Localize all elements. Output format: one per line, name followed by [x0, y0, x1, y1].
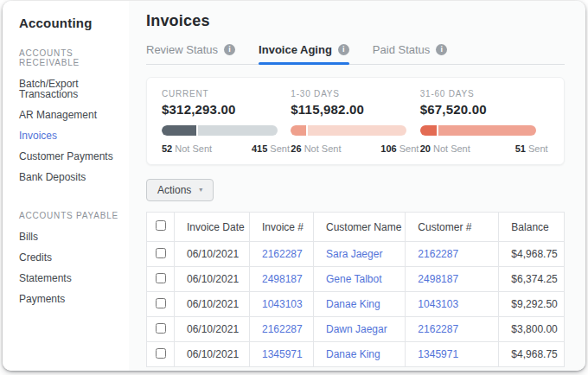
tab-invoice-aging[interactable]: Invoice Aging	[259, 43, 349, 64]
customer-number-link[interactable]: 2162287	[418, 248, 458, 260]
balance-cell: $4,968.75	[499, 342, 565, 367]
column-header-invoice-date: Invoice Date	[175, 213, 250, 242]
bar-counts: 20 Not Sent 51 Sent	[420, 143, 548, 154]
row-checkbox[interactable]	[156, 323, 166, 334]
balance-cell: $4,968.75	[499, 242, 565, 267]
info-icon[interactable]	[436, 44, 447, 55]
invoice-number-link[interactable]: 2498187	[262, 273, 303, 285]
aging-amount: $67,520.00	[420, 102, 549, 117]
bar-fill	[162, 125, 198, 136]
table-row: 06/10/2021 1345971 Danae King 1345971 $4…	[147, 342, 565, 367]
tab-label: Invoice Aging	[259, 43, 332, 56]
column-header-customer-number: Customer #	[406, 213, 499, 242]
customer-name-link[interactable]: Gene Talbot	[326, 273, 382, 285]
info-icon[interactable]	[224, 44, 235, 55]
aging-group-current: CURRENT $312,293.00 52 Not Sent 415 Sent	[162, 89, 291, 154]
row-checkbox[interactable]	[156, 348, 166, 359]
sidebar: Accounting ACCOUNTS RECEIVABLE Batch/Exp…	[3, 1, 129, 371]
table-row: 06/10/2021 2162287 Dawn Jaegar 2162287 $…	[147, 317, 565, 342]
sidebar-item-statements[interactable]: Statements	[19, 273, 120, 283]
table-row: 06/10/2021 1043103 Danae King 1043103 $9…	[147, 292, 565, 317]
invoice-date-cell: 06/10/2021	[175, 292, 250, 317]
customer-name-link[interactable]: Dawn Jaegar	[326, 323, 387, 335]
sidebar-title: Accounting	[19, 16, 120, 30]
not-sent-stat: 26 Not Sent	[291, 143, 341, 154]
sent-stat: 51 Sent	[515, 143, 548, 154]
invoice-date-cell: 06/10/2021	[175, 267, 250, 292]
app-window: Accounting ACCOUNTS RECEIVABLE Batch/Exp…	[3, 1, 585, 371]
bar-counts: 26 Not Sent 106 Sent	[291, 143, 419, 154]
column-header-balance: Balance	[499, 213, 565, 242]
customer-number-link[interactable]: 1043103	[418, 298, 458, 310]
row-checkbox[interactable]	[156, 248, 166, 258]
select-all-checkbox[interactable]	[156, 220, 166, 231]
sidebar-item-ar-management[interactable]: AR Management	[19, 110, 120, 120]
row-checkbox[interactable]	[156, 298, 166, 308]
not-sent-stat: 20 Not Sent	[420, 143, 470, 154]
tab-label: Paid Status	[373, 43, 431, 56]
sidebar-item-bank-deposits[interactable]: Bank Deposits	[19, 172, 120, 182]
invoice-number-link[interactable]: 1345971	[262, 348, 303, 360]
actions-button-label: Actions	[157, 184, 191, 196]
bar-counts: 52 Not Sent 415 Sent	[162, 143, 290, 154]
sent-stat: 106 Sent	[380, 143, 419, 154]
invoice-number-link[interactable]: 2162287	[262, 323, 303, 335]
customer-name-link[interactable]: Danae King	[326, 298, 380, 310]
page-title: Invoices	[146, 12, 565, 30]
not-sent-stat: 52 Not Sent	[162, 143, 212, 154]
balance-cell: $9,292.50	[499, 292, 565, 317]
bar-fill	[420, 125, 438, 136]
aging-amount: $115,982.00	[291, 102, 419, 117]
actions-button[interactable]: Actions ▾	[146, 179, 214, 201]
table-row: 06/10/2021 2498187 Gene Talbot 2498187 $…	[147, 267, 565, 292]
sidebar-item-batch-export-transactions[interactable]: Batch/Export Transactions	[19, 79, 120, 99]
aging-period-label: CURRENT	[162, 89, 291, 99]
aging-group-1-30-days: 1-30 DAYS $115,982.00 26 Not Sent 106 Se…	[291, 89, 419, 154]
section-label-accounts-receivable: ACCOUNTS RECEIVABLE	[19, 48, 120, 67]
sidebar-item-payments[interactable]: Payments	[19, 294, 120, 304]
invoice-date-cell: 06/10/2021	[175, 317, 250, 342]
tab-label: Review Status	[146, 43, 218, 56]
aging-period-label: 1-30 DAYS	[291, 89, 419, 99]
balance-cell: $3,800.00	[499, 317, 565, 342]
bar-fill	[291, 125, 308, 136]
section-label-accounts-payable: ACCOUNTS PAYABLE	[19, 211, 120, 220]
section-gap	[19, 193, 120, 211]
sidebar-item-credits[interactable]: Credits	[19, 252, 120, 263]
invoice-number-link[interactable]: 1043103	[262, 298, 303, 310]
aging-summary-card: CURRENT $312,293.00 52 Not Sent 415 Sent…	[146, 77, 565, 165]
aging-group-31-60-days: 31-60 DAYS $67,520.00 20 Not Sent 51 Sen…	[420, 89, 549, 154]
invoice-date-cell: 06/10/2021	[175, 242, 250, 267]
aging-period-label: 31-60 DAYS	[420, 89, 549, 99]
customer-number-link[interactable]: 2498187	[418, 273, 458, 285]
info-icon[interactable]	[338, 44, 349, 55]
tab-paid-status[interactable]: Paid Status	[373, 43, 448, 64]
customer-number-link[interactable]: 1345971	[418, 348, 458, 360]
table-row: 06/10/2021 2162287 Sara Jaeger 2162287 $…	[147, 242, 565, 267]
invoice-date-cell: 06/10/2021	[175, 342, 250, 367]
sidebar-item-invoices[interactable]: Invoices	[19, 130, 120, 141]
caret-down-icon: ▾	[199, 187, 202, 194]
customer-name-link[interactable]: Sara Jaeger	[326, 248, 382, 260]
column-header-customer-name: Customer Name	[314, 213, 406, 242]
sent-progress-bar	[291, 125, 406, 136]
tab-bar: Review Status Invoice Aging Paid Status	[146, 43, 565, 65]
sidebar-item-bills[interactable]: Bills	[19, 232, 120, 242]
table-header-row: Invoice Date Invoice # Customer Name Cus…	[147, 213, 565, 242]
balance-cell: $6,374.25	[499, 267, 565, 292]
main-content: Invoices Review Status Invoice Aging Pai…	[129, 1, 585, 371]
actions-row: Actions ▾	[146, 179, 565, 201]
tab-review-status[interactable]: Review Status	[146, 43, 235, 64]
column-header-invoice-number: Invoice #	[250, 213, 314, 242]
row-checkbox[interactable]	[156, 273, 166, 283]
aging-amount: $312,293.00	[162, 102, 291, 117]
invoice-table: Invoice Date Invoice # Customer Name Cus…	[146, 212, 565, 367]
sidebar-item-customer-payments[interactable]: Customer Payments	[19, 151, 120, 162]
customer-name-link[interactable]: Danae King	[326, 348, 380, 360]
customer-number-link[interactable]: 2162287	[418, 323, 458, 335]
sent-progress-bar	[420, 125, 536, 136]
sent-progress-bar	[162, 125, 278, 136]
sent-stat: 415 Sent	[252, 143, 290, 154]
invoice-number-link[interactable]: 2162287	[262, 248, 303, 260]
